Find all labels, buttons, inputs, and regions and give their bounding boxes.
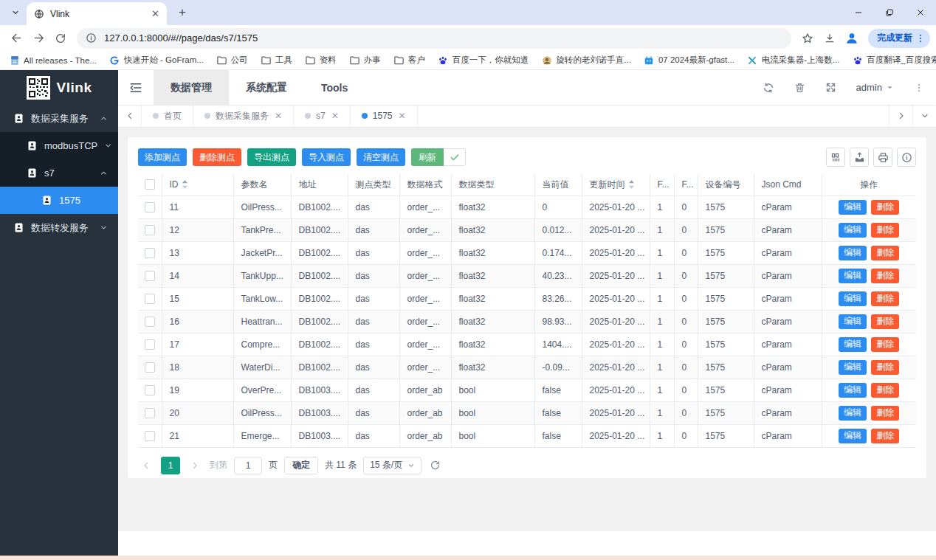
browser-menu-icon[interactable] <box>915 33 926 44</box>
toolbar-button[interactable]: 添加测点 <box>138 148 187 166</box>
page-tab[interactable]: s7✕ <box>294 105 351 127</box>
bookmark-item[interactable]: 07 2024最新-gfast... <box>644 55 734 66</box>
browser-update-button[interactable]: 完成更新 <box>868 29 930 48</box>
bookmark-item[interactable]: 旋转的老刘诺手直... <box>541 55 631 66</box>
row-checkbox[interactable] <box>145 339 155 350</box>
columns-icon-button[interactable] <box>826 148 845 167</box>
delete-button[interactable]: 删除 <box>871 223 899 238</box>
site-info-icon[interactable] <box>86 32 97 44</box>
browser-tab[interactable]: Vlink ✕ <box>27 2 167 25</box>
delete-button[interactable]: 删除 <box>871 269 899 283</box>
bookmark-item[interactable]: 办事 <box>349 55 381 66</box>
nav-item-data-management[interactable]: 数据管理 <box>154 70 229 105</box>
column-header-id[interactable]: ID <box>162 174 233 196</box>
forward-icon[interactable] <box>28 28 49 49</box>
more-options-icon[interactable] <box>914 83 924 93</box>
toolbar-button[interactable]: 清空测点 <box>357 148 405 166</box>
select-all-checkbox[interactable] <box>145 179 155 190</box>
row-checkbox[interactable] <box>145 317 155 327</box>
tab-close-icon[interactable]: ✕ <box>331 111 339 121</box>
sort-icon[interactable] <box>628 180 635 189</box>
tab-close-icon[interactable]: ✕ <box>151 9 159 18</box>
delete-button[interactable]: 删除 <box>871 383 899 398</box>
sidebar-item-forward[interactable]: 数据转发服务 <box>0 214 118 241</box>
toolbar-button[interactable]: 删除测点 <box>193 148 241 166</box>
row-checkbox[interactable] <box>145 362 155 373</box>
url-bar[interactable]: 127.0.0.1:8000/#//page/das/s7/1575 <box>77 28 791 49</box>
tabs-scroll-left-button[interactable] <box>118 105 142 127</box>
pagination-refresh-icon[interactable] <box>430 460 441 471</box>
trash-icon[interactable] <box>794 82 805 93</box>
menu-fold-icon[interactable] <box>118 70 154 105</box>
page-tab[interactable]: 首页 <box>142 105 193 127</box>
row-checkbox[interactable] <box>145 202 155 212</box>
row-checkbox[interactable] <box>145 431 155 441</box>
delete-button[interactable]: 删除 <box>871 200 899 215</box>
sidebar-item-1575[interactable]: 1575 <box>0 187 118 214</box>
refresh-icon[interactable] <box>763 82 774 94</box>
row-checkbox[interactable] <box>145 385 155 395</box>
delete-button[interactable]: 删除 <box>871 246 899 260</box>
edit-button[interactable]: 编辑 <box>839 383 867 398</box>
back-icon[interactable] <box>6 28 27 49</box>
tab-close-icon[interactable]: ✕ <box>275 111 282 121</box>
fullscreen-icon[interactable] <box>825 82 836 93</box>
row-checkbox[interactable] <box>145 225 155 235</box>
bookmark-item[interactable]: 工具 <box>261 55 292 66</box>
edit-button[interactable]: 编辑 <box>839 291 867 306</box>
new-tab-button[interactable]: + <box>173 3 192 22</box>
minimize-button[interactable] <box>843 0 874 25</box>
column-header-time[interactable]: 更新时间 <box>582 174 650 196</box>
bookmark-item[interactable]: 公司 <box>216 55 248 66</box>
page-tab[interactable]: 1575✕ <box>351 105 418 127</box>
edit-button[interactable]: 编辑 <box>839 246 867 260</box>
tab-close-icon[interactable]: ✕ <box>399 111 406 121</box>
prev-page-icon[interactable] <box>138 457 154 474</box>
edit-button[interactable]: 编辑 <box>839 406 867 421</box>
toolbar-button[interactable]: 导入测点 <box>302 148 351 166</box>
edit-button[interactable]: 编辑 <box>839 200 867 215</box>
sort-icon[interactable] <box>182 180 188 189</box>
info-icon-button[interactable] <box>897 148 916 167</box>
edit-button[interactable]: 编辑 <box>839 314 867 329</box>
tab-search-button[interactable] <box>6 3 25 22</box>
page-tab[interactable]: 数据采集服务✕ <box>193 105 294 127</box>
delete-button[interactable]: 删除 <box>871 314 899 329</box>
row-checkbox[interactable] <box>145 248 155 258</box>
confirm-page-button[interactable]: 确定 <box>284 457 318 474</box>
nav-item-system-config[interactable]: 系统配置 <box>229 70 304 105</box>
page-number-button[interactable]: 1 <box>161 457 180 474</box>
toolbar-button[interactable]: 导出测点 <box>247 148 296 166</box>
edit-button[interactable]: 编辑 <box>839 360 867 375</box>
bookmark-star-icon[interactable] <box>797 28 818 49</box>
page-size-select[interactable]: 15 条/页 <box>363 457 421 474</box>
row-checkbox[interactable] <box>145 408 155 418</box>
row-checkbox[interactable] <box>145 294 155 304</box>
goto-page-input[interactable] <box>234 457 262 474</box>
delete-button[interactable]: 删除 <box>871 291 899 306</box>
bookmark-item[interactable]: 百度一下，你就知道 <box>438 55 529 66</box>
edit-button[interactable]: 编辑 <box>839 223 867 238</box>
printer-icon-button[interactable] <box>873 148 892 167</box>
next-page-icon[interactable] <box>187 457 203 474</box>
bookmark-item[interactable]: 百度翻译_百度搜索 <box>852 55 936 66</box>
tabs-dropdown-button[interactable] <box>912 105 936 127</box>
bookmark-item[interactable]: All releases - The... <box>9 55 97 66</box>
delete-button[interactable]: 删除 <box>871 337 899 352</box>
sidebar-item-modbustcp[interactable]: modbusTCP <box>0 132 118 159</box>
delete-button[interactable]: 删除 <box>871 406 899 421</box>
sidebar-item-das[interactable]: 数据采集服务 <box>0 105 118 132</box>
bookmark-item[interactable]: 电流采集器-上海数... <box>747 55 839 66</box>
auto-refresh-toggle[interactable] <box>444 148 466 166</box>
profile-avatar[interactable] <box>842 28 862 49</box>
nav-item-tools[interactable]: Tools <box>304 70 365 105</box>
bookmark-item[interactable]: 客户 <box>393 55 425 66</box>
sidebar-item-s7[interactable]: s7 <box>0 159 118 187</box>
reload-icon[interactable] <box>50 28 71 49</box>
downloads-icon[interactable] <box>819 28 840 49</box>
close-window-button[interactable] <box>905 0 936 25</box>
row-checkbox[interactable] <box>145 271 155 281</box>
edit-button[interactable]: 编辑 <box>839 337 867 352</box>
tabs-scroll-right-button[interactable] <box>889 105 912 127</box>
refresh-button[interactable]: 刷新 <box>411 148 444 166</box>
